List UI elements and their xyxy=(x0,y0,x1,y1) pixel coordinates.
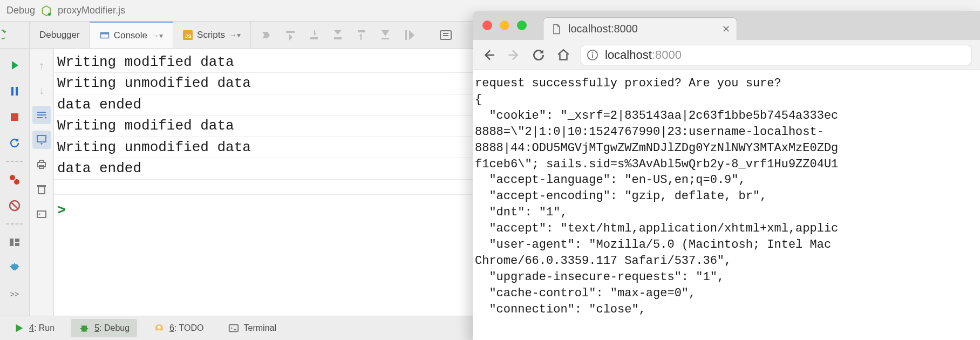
svg-rect-8 xyxy=(11,87,13,96)
page-text-line: 8888|44:ODU5MGVjMTgwZWZmNDJlZDg0YzNlNWY3… xyxy=(475,140,978,157)
page-text-line: "accept-language": "en-US,en;q=0.9", xyxy=(475,172,978,188)
page-icon xyxy=(551,24,562,35)
stop-button[interactable] xyxy=(5,108,24,126)
step-out-button[interactable] xyxy=(353,27,370,43)
restart-button[interactable] xyxy=(5,134,24,152)
close-window-button[interactable] xyxy=(482,21,492,30)
console-tab-label: Console xyxy=(114,30,147,41)
rail-separator xyxy=(6,223,23,225)
run-to-cursor-button[interactable] xyxy=(401,27,417,43)
chrome-window: localhost:8000 ✕ localhost:8000 request … xyxy=(473,11,980,340)
svg-rect-22 xyxy=(38,187,45,194)
chrome-toolbar: localhost:8000 xyxy=(473,40,980,70)
run-tool-window-button[interactable]: 4: Run xyxy=(5,319,62,337)
todo-label: : TODO xyxy=(174,323,204,332)
todo-tool-window-button[interactable]: 6: TODO xyxy=(146,319,211,337)
play-icon xyxy=(13,322,25,334)
resume-button[interactable] xyxy=(5,56,24,74)
nodejs-icon xyxy=(40,5,52,17)
svg-text:JS: JS xyxy=(185,32,192,38)
scripts-tab-label: Scripts xyxy=(197,30,225,40)
page-body[interactable]: request successfully proxied? Are you su… xyxy=(473,70,980,340)
layout-button[interactable] xyxy=(5,233,24,251)
debugger-tab[interactable]: Debugger xyxy=(30,22,90,48)
terminal-icon xyxy=(228,322,240,334)
svg-rect-18 xyxy=(37,135,46,142)
minimize-window-button[interactable] xyxy=(500,21,509,30)
scroll-to-end-button[interactable] xyxy=(32,131,51,149)
svg-rect-10 xyxy=(11,113,18,121)
rerun-button[interactable] xyxy=(0,27,16,43)
svg-rect-20 xyxy=(39,160,44,162)
terminal-label: Terminal xyxy=(244,323,276,333)
drop-frame-button[interactable] xyxy=(377,27,393,43)
svg-point-34 xyxy=(592,52,594,53)
more-button[interactable]: >> xyxy=(5,285,24,303)
evaluate-icon[interactable] xyxy=(438,27,454,43)
open-in-console-button[interactable] xyxy=(32,205,51,223)
breakpoints-button[interactable] xyxy=(5,171,24,189)
js-icon: JS xyxy=(183,30,193,40)
svg-point-30 xyxy=(158,325,161,329)
terminal-tool-window-button[interactable]: Terminal xyxy=(220,319,284,337)
debug-label: Debug xyxy=(6,5,35,16)
svg-point-12 xyxy=(14,179,19,185)
svg-rect-17 xyxy=(15,243,19,246)
page-text-line: 8888=\"2|1:0|10:1524767990|23:username-l… xyxy=(475,124,978,140)
site-info-icon[interactable] xyxy=(587,49,598,61)
chrome-tabbar: localhost:8000 ✕ xyxy=(473,11,980,40)
print-button[interactable] xyxy=(32,155,51,174)
file-name-label: proxyModifier.js xyxy=(58,5,125,16)
run-hotkey: 4 xyxy=(29,323,34,332)
page-text-line: request successfully proxied? Are you su… xyxy=(475,76,978,92)
debug-tool-window-button[interactable]: 5: Debug xyxy=(71,319,137,337)
address-port: :8000 xyxy=(652,48,682,62)
close-tab-button[interactable]: ✕ xyxy=(722,23,730,35)
console-icon xyxy=(100,31,110,40)
address-host: localhost xyxy=(605,48,652,62)
svg-rect-2 xyxy=(100,32,108,35)
bug-icon xyxy=(78,322,90,334)
debugger-tab-label: Debugger xyxy=(39,30,80,40)
page-text-line: { xyxy=(475,92,978,108)
left-rail: >> xyxy=(0,49,30,316)
reload-button[interactable] xyxy=(531,47,546,63)
page-text-line: "upgrade-insecure-requests": "1", xyxy=(475,269,978,285)
svg-rect-15 xyxy=(10,239,13,246)
clear-button[interactable] xyxy=(32,180,51,199)
svg-line-14 xyxy=(11,202,18,209)
force-step-into-button[interactable] xyxy=(330,27,346,43)
browser-tab[interactable]: localhost:8000 ✕ xyxy=(543,17,737,40)
step-into-button[interactable] xyxy=(306,27,322,43)
window-controls xyxy=(482,21,527,30)
pause-button[interactable] xyxy=(5,82,24,100)
svg-rect-31 xyxy=(229,325,238,332)
page-text-line: "connection": "close", xyxy=(475,302,978,318)
svg-rect-23 xyxy=(37,185,46,187)
back-button[interactable] xyxy=(481,47,496,63)
todo-hotkey: 6 xyxy=(169,323,174,332)
scroll-up-button[interactable]: ↑ xyxy=(32,56,51,74)
address-text: localhost:8000 xyxy=(605,48,682,62)
svg-point-0 xyxy=(48,12,51,15)
maximize-window-button[interactable] xyxy=(517,21,527,30)
scripts-tab[interactable]: JS Scripts →▾ xyxy=(173,22,251,48)
console-tab-dropdown-icon[interactable]: →▾ xyxy=(152,31,163,40)
scroll-down-button[interactable]: ↓ xyxy=(32,81,51,99)
forward-button[interactable] xyxy=(506,47,521,63)
svg-rect-24 xyxy=(37,211,46,217)
console-tab[interactable]: Console →▾ xyxy=(90,22,173,48)
step-over-button[interactable] xyxy=(282,27,298,43)
mute-breakpoints-button[interactable] xyxy=(5,196,24,215)
page-text-line: "accept": "text/html,application/xhtml+x… xyxy=(475,221,978,237)
rerun-cell xyxy=(0,22,30,48)
address-bar[interactable]: localhost:8000 xyxy=(581,45,971,65)
svg-rect-35 xyxy=(592,54,593,57)
scripts-tab-dropdown-icon[interactable]: →▾ xyxy=(229,31,241,39)
page-text-line: "user-agent": "Mozilla/5.0 (Macintosh; I… xyxy=(475,237,978,253)
soft-wrap-button[interactable] xyxy=(32,106,51,124)
show-exec-point-button[interactable] xyxy=(258,27,275,43)
home-button[interactable] xyxy=(556,47,571,63)
browser-tab-title: localhost:8000 xyxy=(568,23,638,35)
settings-button[interactable] xyxy=(5,259,24,277)
